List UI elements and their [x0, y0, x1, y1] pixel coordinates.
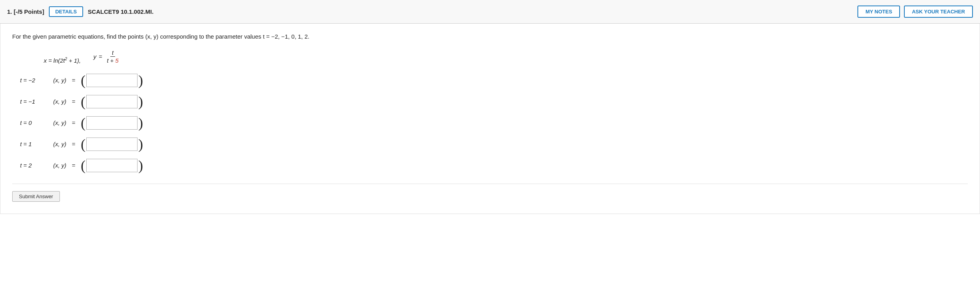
header-bar: 1. [-/5 Points] DETAILS SCALCET9 10.1.00… — [0, 0, 980, 24]
submit-section: Submit Answer — [12, 184, 968, 202]
content-area: For the given parametric equations, find… — [0, 24, 980, 214]
xy-label-2: (x, y) — [53, 119, 66, 126]
right-paren-4: ) — [138, 158, 143, 173]
details-button[interactable]: DETAILS — [49, 6, 83, 17]
param-row: t = 0 (x, y) = ( ) — [20, 116, 968, 130]
left-paren-0: ( — [81, 73, 86, 87]
denom-five: 5 — [115, 57, 119, 64]
answer-input-3[interactable] — [86, 138, 138, 151]
xy-label-0: (x, y) — [53, 77, 66, 84]
answer-input-4[interactable] — [86, 159, 138, 172]
right-paren-3: ) — [138, 137, 143, 151]
my-notes-button[interactable]: MY NOTES — [857, 6, 900, 18]
equals-0: = — [72, 77, 75, 84]
problem-id: SCALCET9 10.1.002.MI. — [88, 8, 154, 15]
param-row: t = −2 (x, y) = ( ) — [20, 73, 968, 87]
answer-input-0[interactable] — [86, 74, 138, 87]
fraction: t t + 5 — [105, 49, 120, 64]
header-left: 1. [-/5 Points] DETAILS SCALCET9 10.1.00… — [7, 6, 857, 17]
param-row: t = 1 (x, y) = ( ) — [20, 137, 968, 151]
equals-1: = — [72, 98, 75, 105]
equals-3: = — [72, 141, 75, 147]
equation-x: x = ln(2t2 + 1), — [44, 57, 81, 64]
denom-t: t + — [107, 57, 115, 64]
input-group-4: ( ) — [81, 158, 143, 173]
input-group-3: ( ) — [81, 137, 143, 151]
submit-button[interactable]: Submit Answer — [12, 191, 60, 202]
left-paren-2: ( — [81, 116, 86, 130]
equals-2: = — [72, 119, 75, 126]
points-label: 1. [-/5 Points] — [7, 8, 44, 15]
right-paren-0: ) — [138, 73, 143, 87]
xy-label-4: (x, y) — [53, 162, 66, 169]
right-paren-1: ) — [138, 95, 143, 109]
t-value-1: t = −1 — [20, 98, 48, 105]
answer-input-2[interactable] — [86, 116, 138, 130]
ask-teacher-button[interactable]: ASK YOUR TEACHER — [904, 6, 973, 18]
right-paren-2: ) — [138, 116, 143, 130]
equations-block: x = ln(2t2 + 1), y = t t + 5 — [44, 49, 968, 64]
answer-input-1[interactable] — [86, 95, 138, 108]
left-paren-4: ( — [81, 158, 86, 173]
rows-section: t = −2 (x, y) = ( ) t = −1 (x, y) = ( ) … — [20, 73, 968, 173]
t-value-2: t = 0 — [20, 119, 48, 126]
t-value-3: t = 1 — [20, 141, 48, 147]
t-value-0: t = −2 — [20, 77, 48, 84]
xy-label-1: (x, y) — [53, 98, 66, 105]
param-row: t = 2 (x, y) = ( ) — [20, 158, 968, 173]
input-group-1: ( ) — [81, 95, 143, 109]
input-group-0: ( ) — [81, 73, 143, 87]
equals-4: = — [72, 162, 75, 169]
param-row: t = −1 (x, y) = ( ) — [20, 95, 968, 109]
fraction-numerator: t — [110, 49, 115, 57]
left-paren-3: ( — [81, 137, 86, 151]
problem-statement: For the given parametric equations, find… — [12, 32, 968, 41]
equation-y: y = t t + 5 — [93, 49, 121, 64]
input-group-2: ( ) — [81, 116, 143, 130]
header-right: MY NOTES ASK YOUR TEACHER — [857, 6, 973, 18]
fraction-denominator: t + 5 — [105, 57, 120, 64]
left-paren-1: ( — [81, 95, 86, 109]
xy-label-3: (x, y) — [53, 141, 66, 147]
t-value-4: t = 2 — [20, 162, 48, 169]
